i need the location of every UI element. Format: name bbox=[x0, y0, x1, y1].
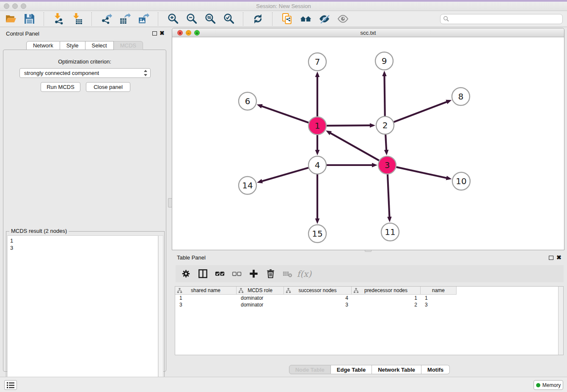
graph-edge-1-6[interactable] bbox=[261, 106, 308, 123]
control-panel-float-icon[interactable] bbox=[152, 31, 157, 36]
criterion-select[interactable]: strongly connected component bbox=[19, 68, 151, 78]
tab-edge-table[interactable]: Edge Table bbox=[331, 365, 372, 374]
search-input[interactable] bbox=[440, 14, 563, 24]
tab-node-table[interactable]: Node Table bbox=[289, 365, 331, 374]
graph-node-label-14: 14 bbox=[242, 180, 253, 190]
optimization-criterion-label: Optimization criterion: bbox=[3, 58, 166, 65]
graph-node-label-11: 11 bbox=[385, 227, 395, 237]
graph-edge-3-11[interactable] bbox=[388, 174, 390, 218]
import-network-icon[interactable] bbox=[51, 12, 66, 26]
control-panel-close-icon[interactable]: ✖ bbox=[160, 30, 165, 36]
cell-successor-nodes[interactable]: 3 bbox=[284, 301, 352, 308]
app-titlebar: Session: New Session bbox=[0, 0, 567, 11]
column-header-MCDS-role[interactable]: MCDS role bbox=[237, 287, 284, 295]
tab-select[interactable]: Select bbox=[85, 41, 114, 50]
graph-edge-2-8[interactable] bbox=[394, 102, 448, 122]
settings-icon[interactable] bbox=[180, 268, 192, 280]
split-view-icon[interactable] bbox=[197, 268, 209, 280]
column-header-successor-nodes[interactable]: successor nodes bbox=[284, 287, 352, 295]
cell-predecessor-nodes[interactable]: 1 bbox=[352, 295, 421, 301]
network-documents-icon[interactable] bbox=[280, 12, 294, 26]
delete-row-icon[interactable] bbox=[264, 268, 276, 280]
column-header-name[interactable]: name bbox=[421, 287, 457, 295]
export-table-icon[interactable] bbox=[118, 12, 132, 26]
column-label: successor nodes bbox=[298, 287, 336, 293]
graph-node-label-7: 7 bbox=[315, 57, 320, 67]
cell-shared-name[interactable]: 3 bbox=[175, 301, 237, 308]
main-toolbar-icons bbox=[3, 12, 350, 26]
graph-edge-2-3[interactable] bbox=[385, 135, 386, 151]
cell-predecessor-nodes[interactable]: 2 bbox=[352, 301, 421, 308]
tab-mcds[interactable]: MCDS bbox=[114, 41, 143, 50]
graph-edge-arrow-1-7 bbox=[315, 72, 320, 77]
graph-edge-arrow-1-6 bbox=[257, 104, 263, 108]
control-panel: Control Panel ✖ NetworkStyleSelectMCDS O… bbox=[0, 28, 169, 374]
graph-node-label-1: 1 bbox=[315, 121, 320, 131]
zoom-fit-icon[interactable] bbox=[203, 12, 217, 26]
graph-edge-4-14[interactable] bbox=[261, 168, 308, 182]
cell-shared-name[interactable]: 1 bbox=[175, 295, 237, 301]
mcds-result-text[interactable]: 1 3 bbox=[7, 235, 158, 389]
memory-button[interactable]: Memory bbox=[534, 380, 563, 390]
column-header-predecessor-nodes[interactable]: predecessor nodes bbox=[352, 287, 421, 295]
column-label: MCDS role bbox=[248, 287, 272, 293]
graph-edge-3-1[interactable] bbox=[330, 133, 379, 160]
graph-edge-arrow-2-8 bbox=[446, 100, 451, 104]
home-view-icon[interactable] bbox=[298, 12, 313, 26]
run-mcds-button[interactable]: Run MCDS bbox=[41, 82, 80, 92]
control-panel-body: Optimization criterion: strongly connect… bbox=[3, 50, 166, 372]
refresh-icon[interactable] bbox=[250, 12, 265, 26]
toolbar-separator bbox=[44, 12, 44, 26]
network-canvas[interactable]: 1234678910111415 bbox=[172, 37, 564, 250]
graph-edge-arrow-2-3 bbox=[384, 150, 389, 155]
cell-successor-nodes[interactable]: 4 bbox=[284, 295, 352, 301]
export-image-icon[interactable] bbox=[136, 12, 151, 26]
graph-edge-arrow-4-14 bbox=[257, 179, 263, 183]
task-history-button[interactable] bbox=[4, 380, 17, 390]
save-session-icon[interactable] bbox=[22, 12, 36, 26]
tab-network[interactable]: Network bbox=[26, 41, 60, 50]
table-row[interactable]: 3dominator323 bbox=[175, 301, 563, 308]
column-header-shared-name[interactable]: shared name bbox=[175, 287, 237, 295]
table-panel: Table Panel ✖ f(x) shared nameMCDS roles… bbox=[172, 253, 567, 377]
cell-name[interactable]: 1 bbox=[421, 295, 457, 301]
import-table-icon[interactable] bbox=[70, 12, 84, 26]
network-window-title: scc.txt bbox=[172, 30, 564, 36]
zoom-out-icon[interactable] bbox=[184, 12, 198, 26]
hierarchy-sort-icon bbox=[353, 288, 359, 293]
statusbar: Memory bbox=[0, 377, 567, 392]
cell-MCDS-role[interactable]: dominator bbox=[237, 295, 284, 301]
table-panel-title: Table Panel bbox=[177, 254, 206, 261]
hierarchy-sort-icon bbox=[238, 288, 244, 293]
tab-motifs[interactable]: Motifs bbox=[421, 365, 450, 374]
hide-eye-icon[interactable] bbox=[317, 12, 331, 26]
graph-edge-arrow-1-4 bbox=[315, 150, 320, 155]
cell-name[interactable]: 3 bbox=[421, 301, 457, 308]
table-panel-close-icon[interactable]: ✖ bbox=[556, 254, 561, 261]
criterion-value: strongly connected component bbox=[24, 70, 99, 76]
zoom-selected-icon[interactable] bbox=[221, 12, 236, 26]
network-view-window: × − + scc.txt 1234678910111415 bbox=[172, 28, 564, 250]
export-network-icon[interactable] bbox=[99, 12, 113, 26]
select-all-icon[interactable] bbox=[214, 268, 226, 280]
show-eye-icon bbox=[336, 12, 350, 26]
close-panel-button[interactable]: Close panel bbox=[86, 82, 130, 92]
deselect-all-icon[interactable] bbox=[231, 268, 242, 280]
mcds-result-scrollbar[interactable] bbox=[158, 235, 163, 389]
cell-MCDS-role[interactable]: dominator bbox=[237, 301, 284, 308]
zoom-in-icon[interactable] bbox=[165, 12, 180, 26]
graph-edge-3-10[interactable] bbox=[396, 167, 447, 178]
toolbar-separator bbox=[272, 12, 272, 26]
graph-node-label-6: 6 bbox=[245, 96, 250, 106]
graph-edge-1-2[interactable] bbox=[327, 125, 371, 126]
graph-edge-2-9[interactable] bbox=[384, 75, 385, 116]
graph-node-label-4: 4 bbox=[315, 160, 320, 170]
graph-node-label-15: 15 bbox=[312, 229, 322, 239]
tab-network-table[interactable]: Network Table bbox=[372, 365, 421, 374]
tab-style[interactable]: Style bbox=[60, 41, 85, 50]
open-session-icon[interactable] bbox=[3, 12, 18, 26]
add-row-icon[interactable] bbox=[248, 268, 259, 280]
table-row[interactable]: 1dominator411 bbox=[175, 295, 563, 301]
node-table-scrollbar[interactable] bbox=[558, 287, 563, 355]
table-panel-float-icon[interactable] bbox=[549, 256, 553, 260]
